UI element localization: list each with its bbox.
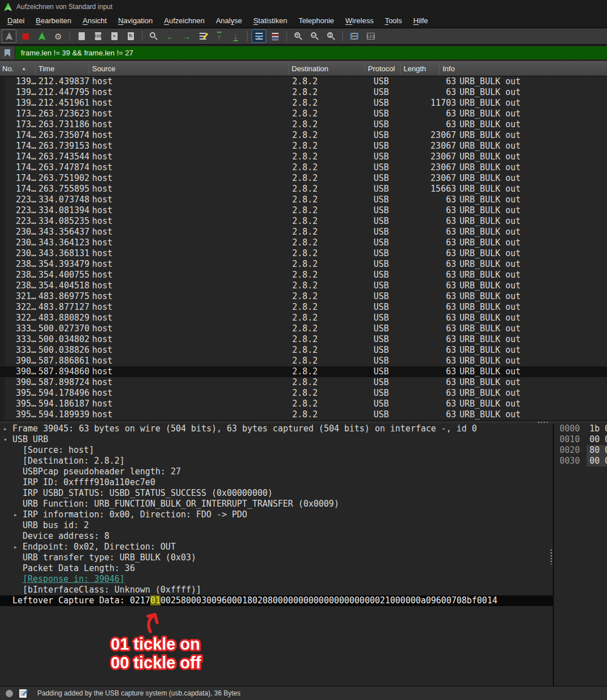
menu-item-telephonie[interactable]: Telephonie bbox=[293, 14, 340, 27]
packet-row[interactable]: 223…334.081394host2.8.2USB63URB_BULK out bbox=[0, 205, 607, 216]
leftover-capture-data-row[interactable]: Leftover Capture Data: 02170100258000300… bbox=[0, 595, 553, 606]
capture-options-button[interactable]: ⚙ bbox=[51, 29, 66, 43]
menu-item-datei[interactable]: Datei bbox=[2, 14, 30, 27]
column-header-no[interactable]: No.▲ bbox=[0, 62, 35, 76]
detail-line[interactable]: [Source: host] bbox=[0, 445, 553, 456]
detail-line[interactable]: ▸Endpoint: 0x02, Direction: OUT bbox=[0, 542, 553, 552]
column-divider[interactable] bbox=[400, 63, 401, 74]
column-header-source[interactable]: Source bbox=[89, 62, 288, 76]
detail-line[interactable]: Packet Data Length: 36 bbox=[0, 563, 553, 574]
menu-item-navigation[interactable]: Navigation bbox=[112, 14, 158, 27]
hex-row[interactable]: 002080 0 bbox=[554, 445, 607, 456]
packet-row[interactable]: 333…500.034802host2.8.2USB63URB_BULK out bbox=[0, 334, 607, 345]
close-capture-file-button[interactable]: × bbox=[107, 29, 122, 43]
column-header-protocol[interactable]: Protocol bbox=[365, 62, 400, 76]
zoom-out-button[interactable]: − bbox=[307, 29, 322, 43]
expander-collapsed-icon[interactable]: ▸ bbox=[14, 509, 18, 520]
expert-info-icon[interactable] bbox=[6, 690, 13, 697]
packet-row[interactable]: 223…334.073748host2.8.2USB63URB_BULK out bbox=[0, 195, 607, 205]
column-divider[interactable] bbox=[89, 63, 89, 74]
hex-row[interactable]: 00001b 0 bbox=[554, 424, 607, 434]
packet-row[interactable]: 322…483.880829host2.8.2USB63URB_BULK out bbox=[0, 313, 607, 323]
packet-row[interactable]: 390…587.894860host2.8.2USB63URB_BULK out bbox=[0, 366, 607, 377]
save-capture-file-button[interactable]: 010 bbox=[90, 29, 105, 43]
menu-item-aufzeichnen[interactable]: Aufzeichnen bbox=[158, 14, 210, 27]
packet-row[interactable]: 322…483.877127host2.8.2USB63URB_BULK out bbox=[0, 302, 607, 313]
column-header-info[interactable]: Info bbox=[439, 62, 607, 76]
packet-row[interactable]: 390…587.886861host2.8.2USB63URB_BULK out bbox=[0, 356, 607, 366]
detail-line[interactable]: [Destination: 2.8.2] bbox=[0, 456, 553, 466]
go-first-packet-button[interactable]: ↑ bbox=[212, 29, 227, 43]
detail-line[interactable]: ▸Frame 39045: 63 bytes on wire (504 bits… bbox=[0, 424, 553, 434]
column-display-button[interactable]: 123 bbox=[363, 29, 378, 43]
packet-row[interactable]: 230…343.368131host2.8.2USB63URB_BULK out bbox=[0, 248, 607, 259]
packet-row[interactable]: 333…500.038826host2.8.2USB63URB_BULK out bbox=[0, 345, 607, 356]
detail-line[interactable]: URB transfer type: URB_BULK (0x03) bbox=[0, 552, 553, 563]
capture-comment-icon[interactable] bbox=[19, 689, 27, 698]
packet-row[interactable]: 333…500.027370host2.8.2USB63URB_BULK out bbox=[0, 323, 607, 334]
packet-row[interactable]: 395…594.186187host2.8.2USB63URB_BULK out bbox=[0, 399, 607, 409]
restart-capture-button[interactable] bbox=[34, 29, 49, 43]
packet-row[interactable]: 174…263.747874host2.8.2USB23067URB_BULK … bbox=[0, 162, 607, 173]
column-divider[interactable] bbox=[35, 63, 36, 74]
expander-collapsed-icon[interactable]: ▸ bbox=[3, 424, 7, 434]
go-forward-button[interactable]: → bbox=[179, 29, 194, 43]
packet-row[interactable]: 173…263.723623host2.8.2USB63URB_BULK out bbox=[0, 109, 607, 119]
packet-row[interactable]: 395…594.178496host2.8.2USB63URB_BULK out bbox=[0, 388, 607, 399]
display-filter-input[interactable]: frame.len != 39 && frame.len != 27 bbox=[15, 46, 607, 59]
column-header-destination[interactable]: Destination bbox=[288, 62, 365, 76]
go-back-button[interactable]: ← bbox=[163, 29, 177, 43]
detail-line[interactable]: IRP ID: 0xffff910a110ec7e0 bbox=[0, 477, 553, 488]
stop-capture-button[interactable] bbox=[18, 29, 33, 43]
packet-row[interactable]: 174…263.735074host2.8.2USB23067URB_BULK … bbox=[0, 130, 607, 141]
go-to-packet-button[interactable] bbox=[196, 29, 210, 43]
column-header-time[interactable]: Time bbox=[35, 62, 89, 76]
hex-row[interactable]: 001000 0 bbox=[554, 434, 607, 445]
menu-item-wireless[interactable]: Wireless bbox=[340, 14, 379, 27]
column-divider[interactable] bbox=[365, 63, 365, 74]
colorize-packets-button[interactable] bbox=[268, 29, 283, 43]
packet-row[interactable]: 139…212.447795host2.8.2USB63URB_BULK out bbox=[0, 87, 607, 98]
detail-line[interactable]: ▾USB URB bbox=[0, 434, 553, 445]
packet-row[interactable]: 321…483.869775host2.8.2USB63URB_BULK out bbox=[0, 291, 607, 302]
start-capture-button[interactable] bbox=[2, 29, 16, 43]
reload-capture-file-button[interactable]: ↻ bbox=[123, 29, 138, 43]
auto-scroll-button[interactable] bbox=[252, 29, 266, 43]
column-divider[interactable] bbox=[439, 63, 440, 74]
menu-item-tools[interactable]: Tools bbox=[379, 14, 407, 27]
detail-line[interactable]: ▸IRP information: 0x00, Direction: FDO -… bbox=[0, 509, 553, 520]
packet-row[interactable]: 395…594.189939host2.8.2USB63URB_BULK out bbox=[0, 409, 607, 420]
packet-row[interactable]: 238…354.393479host2.8.2USB63URB_BULK out bbox=[0, 259, 607, 270]
go-last-packet-button[interactable]: ↓ bbox=[228, 29, 243, 43]
packet-row[interactable]: 238…354.400755host2.8.2USB63URB_BULK out bbox=[0, 270, 607, 280]
detail-line[interactable]: USBPcap pseudoheader length: 27 bbox=[0, 466, 553, 477]
packet-row[interactable]: 139…212.439837host2.8.2USB63URB_BULK out bbox=[0, 76, 607, 87]
expander-expanded-icon[interactable]: ▾ bbox=[3, 434, 7, 445]
detail-line[interactable]: IRP USBD_STATUS: USBD_STATUS_SUCCESS (0x… bbox=[0, 488, 553, 499]
detail-line[interactable]: [Response in: 39046] bbox=[0, 574, 553, 585]
column-divider[interactable] bbox=[288, 63, 289, 74]
menu-item-analyse[interactable]: Analyse bbox=[210, 14, 248, 27]
expander-collapsed-icon[interactable]: ▸ bbox=[14, 542, 18, 552]
detail-line[interactable]: URB bus id: 2 bbox=[0, 520, 553, 531]
filter-bookmark-button[interactable] bbox=[0, 46, 15, 59]
menu-item-bearbeiten[interactable]: Bearbeiten bbox=[30, 14, 77, 27]
menu-item-ansicht[interactable]: Ansicht bbox=[77, 14, 112, 27]
find-packet-button[interactable] bbox=[146, 29, 161, 43]
packet-row[interactable]: 174…263.739153host2.8.2USB23067URB_BULK … bbox=[0, 141, 607, 152]
packet-row[interactable]: 238…354.404518host2.8.2USB63URB_BULK out bbox=[0, 280, 607, 291]
hex-row[interactable]: 003000 0 bbox=[554, 456, 607, 466]
packet-row[interactable]: 390…587.898724host2.8.2USB63URB_BULK out bbox=[0, 377, 607, 388]
resize-columns-button[interactable] bbox=[347, 29, 362, 43]
detail-line[interactable]: Device address: 8 bbox=[0, 531, 553, 542]
packet-row[interactable]: 174…263.743544host2.8.2USB23067URB_BULK … bbox=[0, 152, 607, 162]
packet-row[interactable]: 230…343.356437host2.8.2USB63URB_BULK out bbox=[0, 227, 607, 237]
zoom-original-button[interactable]: 1 bbox=[324, 29, 339, 43]
packet-row[interactable]: 174…263.755895host2.8.2USB15663URB_BULK … bbox=[0, 184, 607, 195]
packet-row[interactable]: 139…212.451961host2.8.2USB11703URB_BULK … bbox=[0, 98, 607, 109]
column-header-length[interactable]: Length bbox=[400, 62, 439, 76]
packet-row[interactable]: 223…334.085235host2.8.2USB63URB_BULK out bbox=[0, 216, 607, 227]
menu-item-statistiken[interactable]: Statistiken bbox=[248, 14, 293, 27]
packet-row[interactable]: 230…343.364123host2.8.2USB63URB_BULK out bbox=[0, 237, 607, 248]
packet-row[interactable]: 174…263.751902host2.8.2USB23067URB_BULK … bbox=[0, 173, 607, 184]
